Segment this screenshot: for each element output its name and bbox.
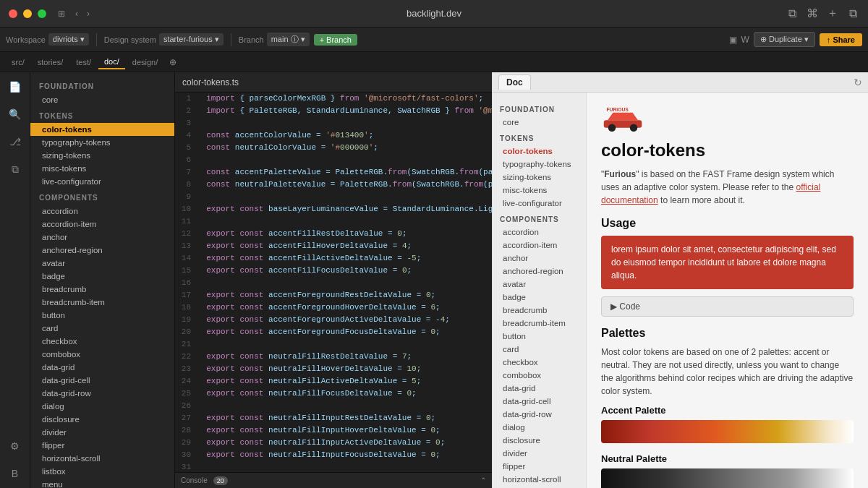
nav-item-typography-tokens[interactable]: typography-tokens — [30, 136, 174, 149]
line-number: 4 — [175, 129, 197, 142]
workspace-selector[interactable]: divriots ▾ — [48, 33, 89, 46]
nav-item-sizing-tokens[interactable]: sizing-tokens — [30, 149, 174, 162]
design-system-selector[interactable]: starter-furious ▾ — [159, 33, 224, 46]
code-line: 19 export const accentForegroundActiveDe… — [175, 314, 492, 326]
nav-item-data-grid[interactable]: data-grid — [30, 361, 174, 374]
doc-nav-breadcrumb[interactable]: breadcrumb — [493, 304, 586, 317]
line-content: export const neutralFillHoverDeltaValue … — [197, 363, 421, 375]
nav-item-data-grid-cell[interactable]: data-grid-cell — [30, 374, 174, 387]
nav-item-button[interactable]: button — [30, 309, 174, 322]
code-icon[interactable]: W — [741, 35, 749, 45]
minimize-button[interactable] — [23, 9, 32, 18]
doc-nav-accordion[interactable]: accordion — [493, 226, 586, 239]
code-editor[interactable]: 1 import { parseColorMexRGB } from '@mic… — [175, 93, 492, 472]
nav-item-flipper[interactable]: flipper — [30, 439, 174, 452]
doc-nav-card[interactable]: card — [493, 343, 586, 356]
doc-nav-button[interactable]: button — [493, 330, 586, 343]
nav-item-listbox[interactable]: listbox — [30, 465, 174, 478]
nav-item-accordion-item[interactable]: accordion-item — [30, 218, 174, 231]
nav-item-breadcrumb[interactable]: breadcrumb — [30, 283, 174, 296]
nav-item-disclosure[interactable]: disclosure — [30, 413, 174, 426]
line-number: 20 — [175, 326, 197, 338]
search-sidebar-icon[interactable]: 🔍 — [5, 104, 25, 124]
split-icon[interactable]: ⧉ — [846, 7, 859, 20]
forward-icon[interactable]: › — [87, 9, 90, 19]
plus-tab-icon[interactable]: ⊕ — [169, 57, 176, 67]
code-filename: color-tokens.ts — [182, 77, 239, 87]
nav-item-breadcrumb-item[interactable]: breadcrumb-item — [30, 296, 174, 309]
doc-nav-anchor[interactable]: anchor — [493, 252, 586, 265]
settings-bottom-icon[interactable]: ⚙ — [5, 436, 25, 456]
nav-item-anchor[interactable]: anchor — [30, 231, 174, 244]
nav-item-divider[interactable]: divider — [30, 426, 174, 439]
doc-nav-live-configurator[interactable]: live-configurator — [493, 197, 586, 210]
doc-nav-misc-tokens[interactable]: misc-tokens — [493, 184, 586, 197]
files-icon[interactable]: 📄 — [5, 77, 25, 97]
nav-item-anchored-region[interactable]: anchored-region — [30, 244, 174, 257]
tab-doc[interactable]: doc/ — [98, 55, 125, 69]
nav-item-accordion[interactable]: accordion — [30, 205, 174, 218]
nav-item-data-grid-row[interactable]: data-grid-row — [30, 387, 174, 400]
extensions-icon[interactable]: ⧉ — [5, 159, 25, 179]
maximize-button[interactable] — [38, 9, 46, 18]
nav-item-color-tokens[interactable]: color-tokens — [30, 123, 174, 136]
nav-item-avatar[interactable]: avatar — [30, 257, 174, 270]
code-editor-area: color-tokens.ts 1 import { parseColorMex… — [175, 72, 492, 488]
line-number: 23 — [175, 363, 197, 375]
share-button[interactable]: ↑ Share — [820, 33, 862, 46]
branch-section: Branch main ⓘ ▾ — [239, 33, 310, 46]
doc-nav-disclosure[interactable]: disclosure — [493, 434, 586, 447]
user-icon[interactable]: B — [5, 463, 25, 484]
tab-stories[interactable]: stories/ — [32, 56, 69, 69]
new-tab-icon[interactable]: ＋ — [826, 7, 839, 20]
add-branch-button[interactable]: + Branch — [314, 34, 357, 46]
duplicate-button[interactable]: ⊕ Duplicate ▾ — [754, 32, 815, 47]
nav-item-menu[interactable]: menu — [30, 478, 174, 488]
doc-nav-data-grid-cell[interactable]: data-grid-cell — [493, 395, 586, 408]
doc-nav-avatar[interactable]: avatar — [493, 278, 586, 291]
nav-item-core[interactable]: core — [30, 93, 174, 106]
nav-item-live-configurator[interactable]: live-configurator — [30, 175, 174, 188]
doc-nav-color-tokens[interactable]: color-tokens — [493, 145, 586, 158]
code-toggle[interactable]: ▶ Code — [601, 296, 854, 317]
doc-nav-core[interactable]: core — [493, 116, 586, 129]
nav-item-badge[interactable]: badge — [30, 270, 174, 283]
close-button[interactable] — [9, 9, 17, 18]
doc-nav-divider[interactable]: divider — [493, 447, 586, 460]
doc-nav-badge[interactable]: badge — [493, 291, 586, 304]
tab-src[interactable]: src/ — [6, 56, 30, 69]
tab-design[interactable]: design/ — [127, 56, 163, 69]
doc-nav-sizing-tokens[interactable]: sizing-tokens — [493, 171, 586, 184]
browser-icon[interactable]: ⧉ — [786, 7, 799, 20]
doc-nav-breadcrumb-item[interactable]: breadcrumb-item — [493, 317, 586, 330]
doc-nav-flipper[interactable]: flipper — [493, 460, 586, 473]
git-icon[interactable]: ⎇ — [5, 132, 25, 152]
search-icon[interactable]: ⌘ — [806, 7, 819, 20]
refresh-icon[interactable]: ↻ — [854, 77, 862, 88]
tab-test[interactable]: test/ — [70, 56, 97, 69]
expand-icon[interactable]: ⌃ — [480, 476, 486, 484]
divider-1 — [96, 33, 97, 46]
doc-nav-horizontal-scroll[interactable]: horizontal-scroll — [493, 473, 586, 486]
nav-item-dialog[interactable]: dialog — [30, 400, 174, 413]
doc-nav-data-grid[interactable]: data-grid — [493, 382, 586, 395]
doc-nav-checkbox[interactable]: checkbox — [493, 356, 586, 369]
doc-nav-anchored-region[interactable]: anchored-region — [493, 265, 586, 278]
back-icon[interactable]: ‹ — [75, 9, 78, 19]
nav-item-misc-tokens[interactable]: misc-tokens — [30, 162, 174, 175]
line-number: 5 — [175, 142, 197, 154]
monitor-icon[interactable]: ▣ — [729, 35, 737, 45]
grid-icon[interactable]: ⊞ — [58, 9, 65, 19]
nav-item-checkbox[interactable]: checkbox — [30, 335, 174, 348]
nav-item-combobox[interactable]: combobox — [30, 348, 174, 361]
nav-item-card[interactable]: card — [30, 322, 174, 335]
line-content: export const neutralFillFocusDeltaValue … — [197, 388, 417, 400]
doc-nav-dialog[interactable]: dialog — [493, 421, 586, 434]
nav-item-horizontal-scroll[interactable]: horizontal-scroll — [30, 452, 174, 465]
doc-nav-data-grid-row[interactable]: data-grid-row — [493, 408, 586, 421]
tab-doc-main[interactable]: Doc — [498, 74, 531, 90]
doc-nav-combobox[interactable]: combobox — [493, 369, 586, 382]
doc-nav-accordion-item[interactable]: accordion-item — [493, 239, 586, 252]
branch-selector[interactable]: main ⓘ ▾ — [267, 33, 310, 46]
doc-nav-typography-tokens[interactable]: typography-tokens — [493, 158, 586, 171]
